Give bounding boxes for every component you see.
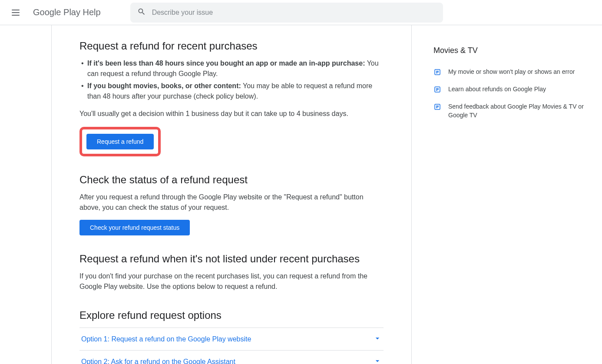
heading-not-listed: Request a refund when it's not listed un… xyxy=(79,253,384,265)
list-item: If it's been less than 48 hours since yo… xyxy=(79,58,384,79)
sidebar-item-label: Send feedback about Google Play Movies &… xyxy=(448,102,592,119)
article-icon xyxy=(433,103,441,111)
refund-options-accordion: Option 1: Request a refund on the Google… xyxy=(79,328,384,364)
sidebar: Movies & TV My movie or show won't play … xyxy=(412,25,602,364)
heading-check-status: Check the status of a refund request xyxy=(79,174,384,186)
hamburger-icon xyxy=(12,10,20,16)
sidebar-item[interactable]: Send feedback about Google Play Movies &… xyxy=(433,102,592,119)
decision-time-note: You'll usually get a decision within 1 b… xyxy=(79,109,384,119)
main-menu-button[interactable] xyxy=(7,4,24,21)
list-item: If you bought movies, books, or other co… xyxy=(79,81,384,102)
chevron-down-icon xyxy=(373,357,382,364)
check-status-body: After you request a refund through the G… xyxy=(79,192,384,213)
header: Google Play Help xyxy=(0,0,602,25)
sidebar-list: My movie or show won't play or shows an … xyxy=(433,67,592,119)
sidebar-item[interactable]: Learn about refunds on Google Play xyxy=(433,85,592,93)
accordion-item: Option 1: Request a refund on the Google… xyxy=(79,328,384,350)
search-container xyxy=(130,3,443,23)
accordion-item: Option 2: Ask for a refund on the Google… xyxy=(79,350,384,364)
sidebar-item-label: My movie or show won't play or shows an … xyxy=(448,67,575,76)
search-icon xyxy=(137,7,146,17)
main-content: Request a refund for recent purchases If… xyxy=(51,25,412,364)
article-icon xyxy=(433,68,441,76)
heading-explore-options: Explore refund request options xyxy=(79,309,384,321)
heading-request-refund-recent: Request a refund for recent purchases xyxy=(79,40,384,52)
sidebar-heading: Movies & TV xyxy=(433,46,592,55)
search-input[interactable] xyxy=(152,9,436,17)
accordion-header-option-2[interactable]: Option 2: Ask for a refund on the Google… xyxy=(79,351,384,364)
chevron-down-icon xyxy=(373,334,382,344)
check-refund-status-button[interactable]: Check your refund request status xyxy=(79,220,190,235)
search-box[interactable] xyxy=(130,3,443,23)
article-icon xyxy=(433,86,441,93)
accordion-header-option-1[interactable]: Option 1: Request a refund on the Google… xyxy=(79,328,384,350)
request-refund-button[interactable]: Request a refund xyxy=(86,134,154,149)
accordion-title: Option 1: Request a refund on the Google… xyxy=(81,335,251,343)
sidebar-item-label: Learn about refunds on Google Play xyxy=(448,85,546,93)
recent-purchases-list: If it's been less than 48 hours since yo… xyxy=(79,58,384,102)
sidebar-item[interactable]: My movie or show won't play or shows an … xyxy=(433,67,592,76)
highlighted-annotation: Request a refund xyxy=(79,127,161,156)
accordion-title: Option 2: Ask for a refund on the Google… xyxy=(81,358,235,364)
not-listed-body: If you don't find your purchase on the r… xyxy=(79,271,384,292)
site-title[interactable]: Google Play Help xyxy=(33,7,101,17)
